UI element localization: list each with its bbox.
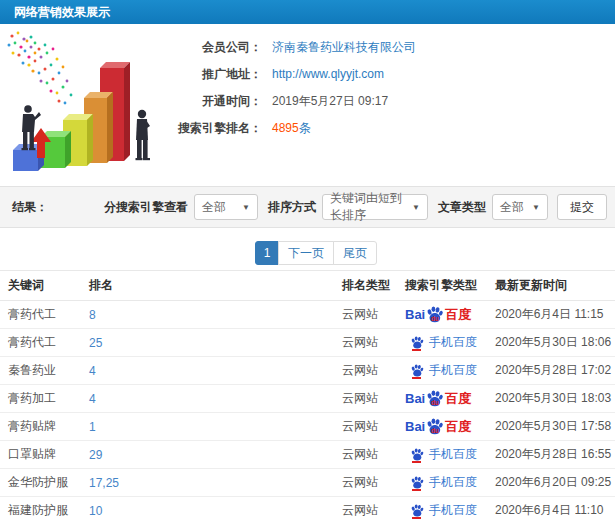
- info-section: 会员公司： 济南秦鲁药业科技有限公司 推广地址： http://www.qlyy…: [0, 24, 615, 186]
- baidu-logo-cn: 百度: [445, 308, 471, 321]
- baidu-paw-icon: du: [425, 418, 444, 435]
- rank-type-cell: 云网站: [341, 301, 404, 329]
- updated-time-cell: 2020年5月30日 18:06: [494, 329, 615, 357]
- baidu-red-bar: [412, 377, 421, 379]
- open-time-value: 2019年5月27日 09:17: [272, 93, 388, 109]
- info-row-url: 推广地址： http://www.qlyyjt.com: [162, 66, 416, 82]
- engine-type-cell: 手机百度: [404, 357, 494, 385]
- baidu-logo: Baidu百度: [405, 306, 471, 323]
- engine-type-cell: 手机百度: [404, 497, 494, 520]
- mobile-baidu-label: 手机百度: [429, 502, 477, 519]
- baidu-logo: Baidu百度: [405, 390, 471, 407]
- engine-type-cell: 手机百度: [404, 469, 494, 497]
- table-row: 膏药代工8云网站Baidu百度2020年6月4日 11:15: [0, 301, 615, 329]
- col-engine-type: 搜索引擎类型: [404, 271, 494, 301]
- chevron-down-icon: ▼: [532, 203, 540, 212]
- baidu-paw-icon: [410, 364, 424, 377]
- table-row: 膏药贴牌1云网站Baidu百度2020年5月30日 17:58: [0, 413, 615, 441]
- table-row: 膏药加工4云网站Baidu百度2020年5月30日 18:03: [0, 385, 615, 413]
- results-table: 关键词 排名 排名类型 搜索引擎类型 最新更新时间 膏药代工8云网站Baidu百…: [0, 270, 615, 520]
- page-1-button[interactable]: 1: [255, 241, 279, 265]
- baidu-red-bar: [412, 461, 421, 463]
- svg-text:du: du: [431, 315, 439, 322]
- col-keyword: 关键词: [0, 271, 88, 301]
- keyword-cell: 金华防护服: [0, 469, 88, 497]
- keyword-cell: 膏药代工: [0, 301, 88, 329]
- baidu-paw-icon: [410, 336, 424, 349]
- next-page-button[interactable]: 下一页: [278, 241, 334, 265]
- keyword-cell: 口罩贴牌: [0, 441, 88, 469]
- results-table-body: 膏药代工8云网站Baidu百度2020年6月4日 11:15膏药代工25云网站手…: [0, 301, 615, 520]
- keyword-cell: 膏药贴牌: [0, 413, 88, 441]
- confetti-decoration: [8, 32, 73, 105]
- engine-type-cell: 手机百度: [404, 329, 494, 357]
- rank-link[interactable]: 25: [89, 336, 102, 350]
- rank-type-cell: 云网站: [341, 385, 404, 413]
- chevron-down-icon: ▼: [412, 203, 420, 212]
- rank-cell: 25: [88, 329, 341, 357]
- col-rank: 排名: [88, 271, 341, 301]
- baidu-red-bar: [412, 517, 421, 519]
- rank-type-cell: 云网站: [341, 441, 404, 469]
- baidu-logo-bai: Bai: [405, 308, 425, 321]
- keyword-cell: 福建防护服: [0, 497, 88, 520]
- updated-time-cell: 2020年5月28日 16:55: [494, 441, 615, 469]
- rank-link[interactable]: 29: [89, 448, 102, 462]
- baidu-logo: Baidu百度: [405, 418, 471, 435]
- updated-time-cell: 2020年5月28日 17:02: [494, 357, 615, 385]
- promo-chart-image: [0, 28, 168, 180]
- company-link[interactable]: 济南秦鲁药业科技有限公司: [272, 39, 416, 55]
- rank-cell: 4: [88, 357, 341, 385]
- keyword-cell: 秦鲁药业: [0, 357, 88, 385]
- updated-time-cell: 2020年5月30日 18:03: [494, 385, 615, 413]
- engine-type-cell: Baidu百度: [404, 301, 494, 329]
- rank-link[interactable]: 4: [89, 392, 96, 406]
- table-header-row: 关键词 排名 排名类型 搜索引擎类型 最新更新时间: [0, 271, 615, 301]
- engine-filter-label: 分搜索引擎查看: [104, 199, 188, 216]
- last-page-button[interactable]: 尾页: [333, 241, 377, 265]
- rank-cell: 1: [88, 413, 341, 441]
- promo-url-link[interactable]: http://www.qlyyjt.com: [272, 66, 384, 82]
- baidu-paw-icon: [410, 448, 424, 461]
- mobile-baidu-logo: 手机百度: [405, 446, 477, 463]
- baidu-logo-bai: Bai: [405, 420, 425, 433]
- engine-select[interactable]: 全部 ▼: [194, 194, 258, 220]
- rank-count-value: 4895: [272, 121, 299, 135]
- mobile-baidu-logo: 手机百度: [405, 474, 477, 491]
- info-row-company: 会员公司： 济南秦鲁药业科技有限公司: [162, 39, 416, 55]
- submit-button[interactable]: 提交: [557, 194, 607, 220]
- keyword-cell: 膏药加工: [0, 385, 88, 413]
- mobile-baidu-logo: 手机百度: [405, 362, 477, 379]
- table-row: 口罩贴牌29云网站手机百度2020年5月28日 16:55: [0, 441, 615, 469]
- mobile-baidu-label: 手机百度: [429, 362, 477, 379]
- rank-link[interactable]: 17,25: [89, 476, 119, 490]
- result-label: 结果：: [12, 199, 48, 216]
- company-label: 会员公司：: [162, 39, 262, 55]
- svg-text:du: du: [431, 427, 439, 434]
- engine-select-value: 全部: [202, 199, 226, 216]
- baidu-paw-icon: du: [425, 390, 444, 407]
- baidu-logo-cn: 百度: [445, 420, 471, 433]
- article-type-select-value: 全部: [500, 199, 524, 216]
- mobile-baidu-label: 手机百度: [429, 334, 477, 351]
- engine-type-cell: Baidu百度: [404, 413, 494, 441]
- rank-link[interactable]: 1: [89, 420, 96, 434]
- filter-bar: 结果： 分搜索引擎查看 全部 ▼ 排序方式 关键词由短到长排序 ▼ 文章类型 全…: [0, 186, 615, 228]
- table-row: 秦鲁药业4云网站手机百度2020年5月28日 17:02: [0, 357, 615, 385]
- keyword-cell: 膏药代工: [0, 329, 88, 357]
- rank-cell: 10: [88, 497, 341, 520]
- updated-time-cell: 2020年6月4日 11:10: [494, 497, 615, 520]
- rank-link[interactable]: 10: [89, 504, 102, 518]
- rank-type-cell: 云网站: [341, 357, 404, 385]
- url-label: 推广地址：: [162, 66, 262, 82]
- sort-select[interactable]: 关键词由短到长排序 ▼: [322, 194, 428, 220]
- rank-count-suffix: 条: [299, 121, 311, 135]
- rank-link[interactable]: 8: [89, 308, 96, 322]
- rank-link[interactable]: 4: [89, 364, 96, 378]
- baidu-red-bar: [412, 489, 421, 491]
- engine-type-cell: 手机百度: [404, 441, 494, 469]
- article-type-select[interactable]: 全部 ▼: [492, 194, 548, 220]
- businessman-right: [136, 110, 151, 160]
- table-row: 福建防护服10云网站手机百度2020年6月4日 11:10: [0, 497, 615, 520]
- updated-time-cell: 2020年6月4日 11:15: [494, 301, 615, 329]
